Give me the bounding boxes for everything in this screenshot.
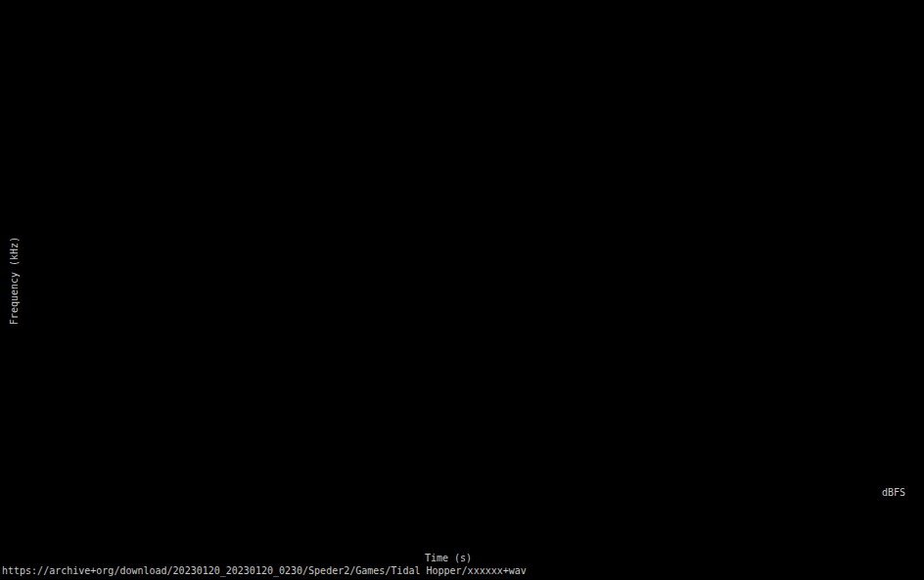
y-axis-title: Frequency (kHz) [9,237,20,325]
spectrogram-app: Frequency (kHz) Time (s) dBFS https://ar… [0,0,924,580]
colorbar-title: dBFS [875,487,912,499]
colorbar [877,83,891,474]
axes-layer [0,0,924,580]
x-axis-title: Time (s) [399,553,497,564]
footer-url: https://archive+org/download/20230120_20… [2,565,527,577]
